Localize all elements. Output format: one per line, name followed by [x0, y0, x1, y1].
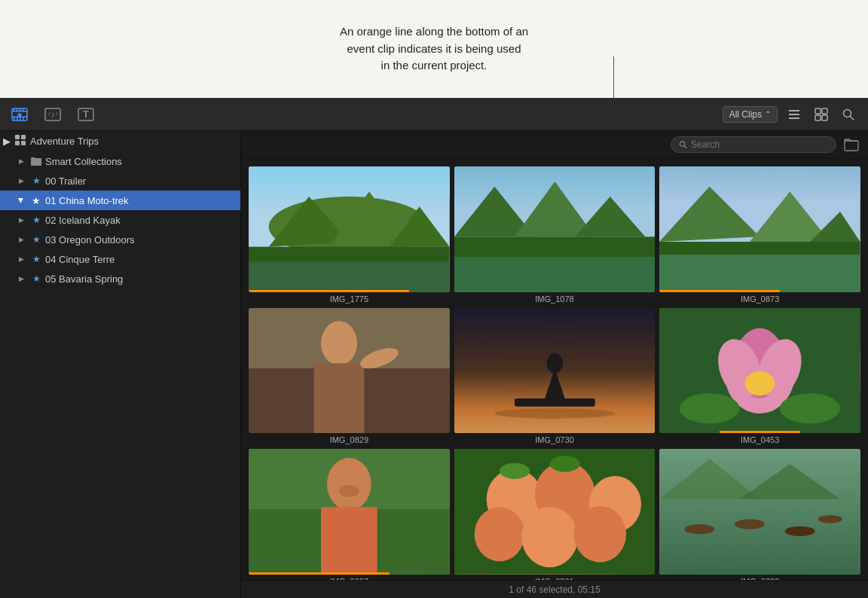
svg-rect-33	[845, 141, 858, 151]
svg-rect-56	[314, 363, 365, 433]
tooltip-text: An orange line along the bottom of an ev…	[340, 23, 528, 75]
search-toolbar-icon[interactable]	[838, 104, 859, 125]
status-text: 1 of 46 selected, 05:15	[509, 584, 600, 595]
star-icon-02: ★	[30, 214, 42, 226]
adventure-trips-label: Adventure Trips	[30, 136, 99, 147]
sidebar-item-02-iceland[interactable]: ▶ ★ 02 Iceland Kayak	[0, 210, 240, 230]
svg-rect-74	[321, 508, 377, 575]
folder-view-icon[interactable]	[842, 136, 860, 154]
svg-rect-10	[23, 117, 24, 121]
search-bar[interactable]	[671, 136, 836, 153]
search-input[interactable]	[691, 139, 828, 150]
svg-rect-1	[12, 111, 27, 112]
status-bar: 1 of 46 selected, 05:15	[241, 580, 868, 598]
svg-rect-6	[23, 108, 24, 111]
clip-thumb-0829	[249, 308, 450, 434]
svg-rect-52	[659, 255, 860, 291]
svg-point-80	[474, 508, 524, 562]
svg-point-70	[780, 393, 840, 423]
star-icon-01: ★	[30, 194, 42, 206]
svg-line-26	[851, 116, 854, 120]
02-iceland-label: 02 Iceland Kayak	[45, 215, 121, 226]
sidebar-item-05-bavaria[interactable]: ▶ ★ 05 Bavaria Spring	[0, 269, 240, 288]
arrow-02-iceland: ▶	[15, 214, 27, 226]
svg-point-73	[327, 458, 371, 510]
svg-rect-46	[454, 257, 656, 292]
toolbar: ♪ ♪ ♪ T All Clips ⌃	[0, 98, 868, 131]
clip-item-0322[interactable]: IMG_0322	[658, 447, 862, 580]
sidebar-item-adventure-trips[interactable]: ▶ Adventure Trips	[0, 131, 240, 151]
clip-item-0873[interactable]: IMG_0873	[658, 165, 862, 305]
clip-item-0453[interactable]: IMG_0453	[658, 307, 862, 447]
svg-text:♪: ♪	[47, 110, 50, 117]
main-content: ▶ Adventure Trips ▶	[0, 131, 868, 598]
arrow-03-oregon: ▶	[15, 233, 27, 246]
clip-thumb-1775	[249, 166, 450, 292]
svg-point-31	[680, 142, 684, 146]
svg-point-75	[339, 485, 359, 497]
svg-point-88	[785, 526, 815, 536]
svg-point-83	[500, 463, 530, 479]
clip-label-0829: IMG_0829	[330, 435, 368, 444]
svg-rect-23	[815, 115, 821, 121]
sidebar-item-01-china[interactable]: ▶ ★ 01 China Moto-trek	[0, 191, 240, 210]
titles-icon[interactable]: T	[75, 104, 96, 125]
audio-icon[interactable]: ♪ ♪ ♪	[42, 104, 63, 125]
sidebar: ▶ Adventure Trips ▶	[0, 131, 241, 598]
orange-bar-0453	[720, 431, 800, 433]
toolbar-left: ♪ ♪ ♪ T	[9, 104, 96, 125]
clips-grid: IMG_1775	[241, 159, 868, 580]
svg-rect-2	[12, 116, 27, 117]
clip-thumb-0361	[454, 449, 656, 575]
svg-rect-24	[822, 115, 827, 121]
sidebar-item-03-oregon[interactable]: ▶ ★ 03 Oregon Outdoors	[0, 230, 240, 249]
svg-point-69	[680, 393, 740, 423]
svg-point-61	[546, 353, 562, 374]
expand-arrow-adventure: ▶	[3, 136, 11, 147]
clip-thumb-0453	[659, 308, 860, 434]
clip-label-0730: IMG_0730	[535, 435, 573, 444]
svg-point-81	[521, 508, 578, 568]
svg-rect-28	[21, 135, 26, 139]
orange-bar-0873	[659, 290, 780, 292]
all-clips-button[interactable]: All Clips ⌃	[723, 106, 778, 123]
orange-bar-0367	[249, 572, 390, 575]
clip-item-0361[interactable]: IMG_0361	[453, 447, 657, 580]
sidebar-item-00-trailer[interactable]: ▶ ★ 00 Trailer	[0, 171, 240, 191]
svg-rect-7	[14, 117, 15, 121]
svg-rect-30	[21, 141, 26, 145]
svg-rect-40	[249, 262, 450, 292]
tooltip-line	[613, 56, 614, 98]
folder-icon	[30, 155, 42, 167]
grid-view-icon[interactable]	[811, 104, 832, 125]
clip-item-1775[interactable]: IMG_1775	[247, 165, 451, 305]
clip-thumb-0873	[659, 166, 860, 292]
events-icon[interactable]	[9, 104, 30, 125]
clip-thumb-1078	[454, 166, 656, 292]
svg-rect-85	[659, 449, 860, 575]
clip-item-1078[interactable]: IMG_1078	[453, 165, 657, 305]
clip-label-0873: IMG_0873	[741, 294, 779, 304]
svg-rect-9	[20, 117, 21, 121]
clip-item-0367[interactable]: IMG_0367	[247, 447, 451, 580]
svg-rect-5	[20, 108, 21, 111]
sidebar-item-04-cinque[interactable]: ▶ ★ 04 Cinque Terre	[0, 249, 240, 269]
arrow-05-bavaria: ▶	[15, 273, 27, 285]
svg-point-62	[494, 408, 615, 418]
sidebar-item-smart-collections[interactable]: ▶ Smart Collections	[0, 151, 240, 171]
star-icon-05: ★	[30, 273, 42, 285]
svg-point-82	[573, 506, 625, 563]
clip-item-0730[interactable]: IMG_0730	[453, 307, 657, 447]
svg-point-89	[818, 515, 842, 523]
app-container: ♪ ♪ ♪ T All Clips ⌃	[0, 98, 868, 598]
list-view-icon[interactable]	[784, 104, 805, 125]
00-trailer-label: 00 Trailer	[45, 175, 86, 187]
svg-rect-3	[14, 108, 15, 111]
search-icon	[679, 140, 687, 149]
clip-item-0829[interactable]: IMG_0829	[247, 307, 451, 447]
clip-thumb-0730	[454, 308, 656, 434]
all-clips-label: All Clips	[729, 109, 762, 120]
svg-rect-19	[789, 114, 799, 115]
svg-point-86	[685, 524, 715, 534]
clip-thumb-0367	[249, 449, 450, 575]
